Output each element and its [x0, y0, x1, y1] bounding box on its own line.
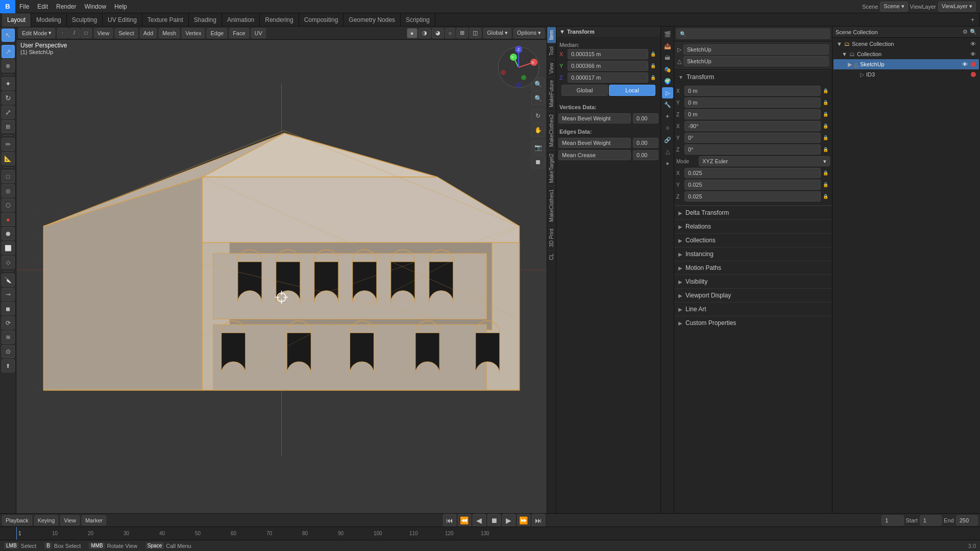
- viewport-shading-mat[interactable]: ○: [445, 28, 456, 38]
- scale-x-lock[interactable]: 🔒: [822, 169, 829, 177]
- view-menu[interactable]: View: [94, 28, 113, 38]
- x-value-field[interactable]: 0.000315 m: [568, 49, 648, 59]
- scene-props-icon[interactable]: 🎭: [662, 64, 673, 75]
- scale-z-lock[interactable]: 🔒: [822, 193, 829, 200]
- face-menu[interactable]: Face: [229, 28, 249, 38]
- viewport-shading-solid[interactable]: ●: [407, 28, 418, 38]
- add-tool-6[interactable]: ⬜: [2, 241, 15, 255]
- view-btn[interactable]: View: [60, 515, 80, 525]
- measure-tool[interactable]: 📐: [2, 152, 15, 165]
- vertex-select-btn[interactable]: ·: [57, 28, 68, 38]
- rot-z-lock[interactable]: 🔒: [822, 146, 829, 153]
- marker-btn[interactable]: Marker: [82, 515, 106, 525]
- scene-selector[interactable]: Scene ▾: [880, 2, 908, 12]
- add-tool-5[interactable]: ⬢: [2, 227, 15, 240]
- 3d-viewport[interactable]: Edit Mode ▾ · / □ View Select Add Mesh V…: [16, 27, 547, 513]
- scale-x-field[interactable]: 0.025: [684, 168, 821, 178]
- play-btn[interactable]: ▶: [502, 514, 516, 527]
- loc-z-field[interactable]: 0 m: [684, 109, 821, 119]
- object-btn[interactable]: ◼: [531, 155, 545, 168]
- tab-texture-paint[interactable]: Texture Paint: [142, 13, 189, 27]
- mesh-menu[interactable]: Mesh: [159, 28, 180, 38]
- add-tool-3[interactable]: ⬡: [2, 198, 15, 212]
- item-tab[interactable]: Item: [547, 27, 556, 43]
- scene-col-vis-icon[interactable]: 👁: [970, 41, 976, 47]
- viewport-mode-selector[interactable]: Edit Mode ▾: [18, 28, 55, 38]
- global-local-btn[interactable]: Global ▾: [483, 28, 511, 38]
- knife-tool[interactable]: 🔪: [2, 273, 15, 287]
- makeclothes1-tab[interactable]: MakeClothes1: [547, 186, 556, 225]
- view-layer-props-icon[interactable]: 🏔: [662, 52, 673, 63]
- cursor-tool-2[interactable]: ⊕: [2, 59, 15, 72]
- viewlayer-selector[interactable]: ViewLayer ▾: [938, 2, 976, 12]
- rot-x-field[interactable]: -90°: [684, 121, 821, 131]
- edge-select-btn[interactable]: /: [69, 28, 80, 38]
- tab-scripting[interactable]: Scripting: [401, 13, 435, 27]
- local-btn[interactable]: Local: [609, 85, 655, 96]
- viewport-shading-lh[interactable]: ◑: [419, 28, 431, 38]
- spin-tool[interactable]: ⟳: [2, 316, 15, 330]
- window-menu[interactable]: Window: [80, 0, 110, 13]
- cl-tab[interactable]: CL: [547, 250, 556, 263]
- col-vis-icon[interactable]: 👁: [970, 51, 976, 57]
- relations-section[interactable]: ▶ Relations: [674, 219, 832, 233]
- loc-x-field[interactable]: 0 m: [684, 86, 821, 96]
- scale-y-field[interactable]: 0.025: [684, 180, 821, 190]
- loc-x-lock[interactable]: 🔒: [822, 87, 829, 94]
- transform-tool[interactable]: ⊞: [2, 120, 15, 133]
- rot-y-field[interactable]: 0°: [684, 133, 821, 143]
- scene-collection-item[interactable]: ▼ 🗂 Scene Collection 👁: [834, 39, 979, 49]
- mesh-name-field[interactable]: SketchUp: [683, 56, 829, 66]
- add-menu[interactable]: Add: [140, 28, 157, 38]
- transform-collapse-header[interactable]: ▼ Transform: [674, 70, 832, 84]
- tool-tab[interactable]: Tool: [547, 43, 556, 59]
- loc-y-lock[interactable]: 🔒: [822, 99, 829, 106]
- view-tab[interactable]: View: [547, 59, 556, 77]
- line-art-section[interactable]: ▶ Line Art: [674, 302, 832, 316]
- render-menu[interactable]: Render: [52, 0, 80, 13]
- y-value-field[interactable]: 0.000366 m: [568, 61, 648, 71]
- move-tool[interactable]: ✦: [2, 77, 15, 90]
- annotate-tool[interactable]: ✏: [2, 138, 15, 151]
- jump-start-btn[interactable]: ⏮: [443, 514, 456, 527]
- mode-dropdown[interactable]: XYZ Euler ▾: [699, 156, 830, 166]
- options-btn[interactable]: Options ▾: [513, 28, 545, 38]
- add-tool-2[interactable]: ◎: [2, 184, 15, 197]
- sketchup-item[interactable]: ▶ △ SketchUp 👁: [834, 59, 979, 69]
- rotate-tool[interactable]: ↻: [2, 91, 15, 105]
- stop-btn[interactable]: ⏹: [487, 514, 501, 527]
- camera-view-btn[interactable]: 📷: [531, 141, 545, 154]
- mean-bevel-weight-v-value[interactable]: 0.00: [633, 113, 658, 123]
- makeclothes2-tab[interactable]: MakeClothes2: [547, 111, 556, 150]
- uv-menu[interactable]: UV: [251, 28, 266, 38]
- tab-uv-editing[interactable]: UV Editing: [103, 13, 142, 27]
- delta-transform-section[interactable]: ▶ Delta Transform: [674, 206, 832, 219]
- shrink-tool[interactable]: ⊙: [2, 345, 15, 358]
- collection-item[interactable]: ▼ 🗂 Collection 👁: [834, 49, 979, 59]
- physics-props-icon[interactable]: ⚛: [662, 122, 673, 134]
- step-forward-btn[interactable]: ⏩: [517, 514, 530, 527]
- outliner-search-icon[interactable]: 🔍: [970, 29, 977, 35]
- frame-numbers-bar[interactable]: 1 10 20 30 40 50 60 70 80 90 100 110 120…: [0, 527, 980, 540]
- scale-z-field[interactable]: 0.025: [684, 191, 821, 202]
- jump-end-btn[interactable]: ⏭: [532, 514, 545, 527]
- output-props-icon[interactable]: 📤: [662, 40, 673, 52]
- smooth-tool[interactable]: ≋: [2, 331, 15, 344]
- play-reverse-btn[interactable]: ◀: [473, 514, 486, 527]
- tab-compositing[interactable]: Compositing: [299, 13, 344, 27]
- outliner-filter-icon[interactable]: ⚙: [963, 29, 968, 35]
- rot-z-field[interactable]: 0°: [684, 144, 821, 155]
- collections-section[interactable]: ▶ Collections: [674, 233, 832, 247]
- mean-crease-label[interactable]: Mean Crease: [558, 150, 631, 160]
- step-back-btn[interactable]: ⏪: [458, 514, 471, 527]
- loc-z-lock[interactable]: 🔒: [822, 111, 829, 118]
- object-props-icon[interactable]: ▷: [662, 87, 673, 98]
- orbit-btn[interactable]: ↻: [531, 109, 545, 122]
- current-frame-field[interactable]: 1: [881, 515, 903, 525]
- tab-modeling[interactable]: Modeling: [31, 13, 67, 27]
- select-tool[interactable]: ↗: [2, 45, 15, 58]
- select-menu[interactable]: Select: [115, 28, 138, 38]
- x-lock-icon[interactable]: 🔒: [649, 51, 656, 58]
- modifier-props-icon[interactable]: 🔧: [662, 99, 673, 110]
- scale-tool[interactable]: ⤢: [2, 106, 15, 119]
